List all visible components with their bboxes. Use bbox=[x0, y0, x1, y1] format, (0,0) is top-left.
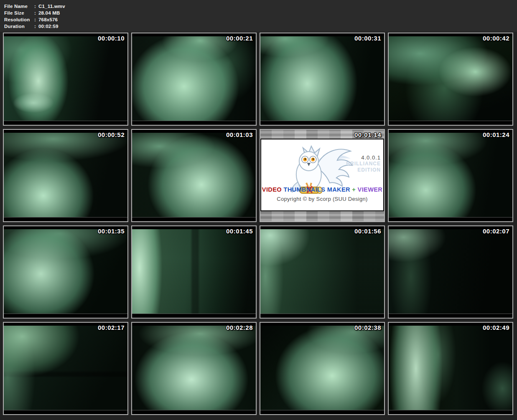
watermark-title: VIDEO THUMBNAILS MAKER + VIEWER bbox=[261, 186, 383, 193]
timestamp-overlay: 00:00:10 bbox=[98, 35, 125, 42]
video-thumbnail-15: 00:02:38 bbox=[260, 322, 385, 415]
title-thumbnails-maker: THUMBNAILS MAKER bbox=[283, 186, 350, 193]
copyright-line: Copyright © by Scorp (SUU Design) bbox=[261, 196, 383, 202]
resolution-value: 768x576 bbox=[38, 16, 58, 23]
video-thumbnail-14: 00:02:28 bbox=[131, 322, 257, 415]
thumbnail-image bbox=[260, 323, 384, 414]
video-thumbnail-2: 00:00:21 bbox=[131, 33, 257, 126]
info-label: Duration bbox=[4, 23, 34, 30]
video-thumbnail-10: 00:01:45 bbox=[131, 225, 257, 319]
timestamp-overlay: 00:00:21 bbox=[226, 35, 253, 42]
timestamp-overlay: 00:01:56 bbox=[354, 228, 381, 235]
timestamp-overlay: 00:00:42 bbox=[483, 35, 509, 42]
video-thumbnail-16: 00:02:49 bbox=[388, 322, 513, 415]
edition-line-2: EDITION bbox=[346, 167, 381, 173]
version-block: 4.0.0.1 BRILLIANCE EDITION bbox=[346, 154, 381, 173]
thumbnail-image bbox=[4, 33, 127, 125]
timestamp-overlay: 00:00:52 bbox=[98, 131, 125, 138]
info-label: File Name bbox=[4, 3, 34, 10]
file-info-row: File Name:C1_11.wmv bbox=[4, 3, 517, 10]
video-thumbnail-9: 00:01:35 bbox=[3, 225, 128, 319]
title-video: VIDEO bbox=[262, 186, 282, 193]
info-label: Resolution bbox=[4, 16, 34, 23]
file-size-value: 28.04 MB bbox=[38, 10, 60, 16]
thumbnail-image bbox=[4, 130, 127, 221]
thumbnail-image bbox=[260, 226, 384, 318]
file-info-row: Duration:00:02:59 bbox=[4, 23, 517, 30]
timestamp-overlay: 00:01:35 bbox=[98, 228, 125, 235]
file-info-row: File Size:28.04 MB bbox=[4, 10, 517, 16]
thumbnail-image bbox=[132, 33, 256, 125]
edition-line-1: BRILLIANCE bbox=[346, 161, 381, 167]
thumbnail-image bbox=[4, 323, 127, 414]
title-viewer: VIEWER bbox=[358, 186, 383, 193]
timestamp-overlay: 00:00:31 bbox=[354, 35, 381, 42]
video-thumbnail-8: 00:01:24 bbox=[388, 129, 513, 222]
title-plus: + bbox=[352, 186, 356, 193]
timestamp-overlay: 00:01:14 bbox=[354, 131, 381, 138]
timestamp-overlay: 00:01:45 bbox=[226, 228, 253, 235]
thumbnail-image bbox=[132, 323, 256, 414]
timestamp-overlay: 00:02:49 bbox=[483, 324, 509, 331]
timestamp-overlay: 00:01:24 bbox=[483, 131, 509, 138]
thumbnail-image bbox=[389, 226, 512, 318]
version-number: 4.0.0.1 bbox=[346, 154, 381, 161]
timestamp-overlay: 00:02:28 bbox=[226, 324, 253, 331]
timestamp-overlay: 00:01:03 bbox=[226, 131, 253, 138]
video-thumbnail-5: 00:00:52 bbox=[3, 129, 128, 222]
file-name-value: C1_11.wmv bbox=[38, 3, 65, 10]
video-thumbnail-11: 00:01:56 bbox=[260, 225, 385, 319]
thumbnail-grid: 00:00:10 00:00:21 00:00:31 00:00:42 00:0… bbox=[0, 32, 517, 416]
timestamp-overlay: 00:02:38 bbox=[354, 324, 381, 331]
timestamp-overlay: 00:02:17 bbox=[98, 324, 125, 331]
mosaic-strip-bottom bbox=[260, 211, 384, 221]
video-thumbnail-3: 00:00:31 bbox=[260, 33, 385, 126]
duration-value: 00:02:59 bbox=[38, 23, 59, 30]
thumbnail-image bbox=[132, 226, 256, 318]
thumbnail-image bbox=[389, 33, 512, 125]
video-thumbnail-6: 00:01:03 bbox=[131, 129, 257, 222]
thumbnail-image bbox=[260, 33, 384, 125]
video-thumbnail-13: 00:02:17 bbox=[3, 322, 128, 415]
watermark-body: 4.0.0.1 BRILLIANCE EDITION VIDEO THUMBNA… bbox=[261, 139, 383, 210]
file-info-header: File Name:C1_11.wmv File Size:28.04 MB R… bbox=[0, 0, 517, 32]
file-info-row: Resolution:768x576 bbox=[4, 16, 517, 23]
thumbnail-image bbox=[389, 130, 512, 221]
timestamp-overlay: 00:02:07 bbox=[483, 228, 509, 235]
thumbnail-image bbox=[4, 226, 127, 318]
video-thumbnail-4: 00:00:42 bbox=[388, 33, 513, 126]
thumbnail-image bbox=[389, 323, 512, 414]
video-thumbnail-1: 00:00:10 bbox=[3, 33, 128, 126]
video-thumbnail-12: 00:02:07 bbox=[388, 225, 513, 319]
info-label: File Size bbox=[4, 10, 34, 16]
watermark-card: 4.0.0.1 BRILLIANCE EDITION VIDEO THUMBNA… bbox=[260, 129, 385, 222]
thumbnail-image bbox=[132, 130, 256, 221]
